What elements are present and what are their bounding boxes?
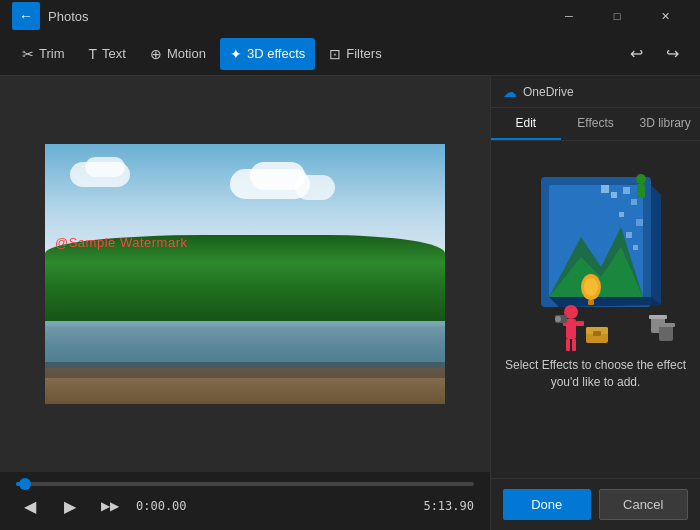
end-time: 5:13.90 [423,499,474,513]
svg-rect-3 [611,192,617,198]
svg-rect-26 [588,300,594,305]
motion-icon: ⊕ [150,46,162,62]
text-button[interactable]: T Text [79,38,136,70]
effects-3d-button[interactable]: ✦ 3D effects [220,38,315,70]
trim-button[interactable]: ✂ Trim [12,38,75,70]
maximize-button[interactable]: □ [594,0,640,32]
svg-rect-6 [619,212,624,217]
play-button[interactable]: ▶ [56,492,84,520]
svg-rect-5 [631,199,637,205]
svg-rect-8 [626,232,632,238]
back-button[interactable]: ← [12,2,40,30]
toolbar: ✂ Trim T Text ⊕ Motion ✦ 3D effects ⊡ Fi… [0,32,700,76]
right-panel-header: ☁ OneDrive [491,76,700,108]
right-panel-tabs: Edit Effects 3D library [491,108,700,141]
motion-button[interactable]: ⊕ Motion [140,38,216,70]
svg-rect-29 [659,325,673,341]
cloud-5 [295,175,335,200]
svg-point-22 [636,174,646,184]
svg-point-25 [584,278,598,296]
main-area: @Sample Watermark ◀ ▶ ▶▶ 0:00.00 5:13.90 [0,76,700,530]
transport-controls: ◀ ▶ ▶▶ 0:00.00 5:13.90 [16,492,474,520]
cancel-button[interactable]: Cancel [599,489,689,520]
svg-rect-17 [576,321,584,326]
cloud-2 [85,157,125,177]
onedrive-label: OneDrive [523,85,574,99]
progress-handle[interactable] [19,478,31,490]
current-time: 0:00.00 [136,499,187,513]
undo-button[interactable]: ↩ [620,38,652,70]
effects-illustration [511,157,681,357]
svg-rect-30 [657,323,675,327]
timeline-area: ◀ ▶ ▶▶ 0:00.00 5:13.90 [0,472,490,530]
rewind-button[interactable]: ◀ [16,492,44,520]
effects-3d-icon: ✦ [230,46,242,62]
fast-forward-button[interactable]: ▶▶ [96,492,124,520]
done-button[interactable]: Done [503,489,591,520]
svg-rect-4 [623,187,630,194]
app-title: Photos [48,9,88,24]
onedrive-icon: ☁ [503,84,517,100]
redo-button[interactable]: ↪ [656,38,688,70]
timeline-track [16,482,474,486]
svg-rect-2 [601,185,609,193]
svg-point-21 [555,316,561,322]
svg-rect-33 [593,331,601,336]
effects-description: Select Effects to choose the effect you'… [503,357,688,391]
tab-edit[interactable]: Edit [491,108,561,140]
cloud-group [65,152,155,192]
svg-rect-19 [572,339,576,351]
cloud-group-2 [225,157,345,207]
tab-3d-library[interactable]: 3D library [630,108,700,140]
text-icon: T [89,46,98,62]
editor-panel: @Sample Watermark ◀ ▶ ▶▶ 0:00.00 5:13.90 [0,76,490,530]
svg-marker-12 [651,185,661,305]
minimize-button[interactable]: ─ [546,0,592,32]
video-container: @Sample Watermark [45,144,445,404]
svg-rect-18 [566,339,570,351]
watermark: @Sample Watermark [55,235,187,250]
progress-bar[interactable] [16,482,474,486]
wet-sand [45,362,445,378]
svg-rect-23 [637,184,645,198]
filters-icon: ⊡ [329,46,341,62]
right-panel: ☁ OneDrive Edit Effects 3D library [490,76,700,530]
right-panel-content: Select Effects to choose the effect you'… [491,141,700,478]
close-button[interactable]: ✕ [642,0,688,32]
fast-forward-icon: ▶▶ [101,499,119,513]
back-icon: ← [19,8,33,24]
svg-rect-28 [649,315,667,319]
svg-rect-7 [636,219,643,226]
tab-effects[interactable]: Effects [561,108,631,140]
trim-icon: ✂ [22,46,34,62]
right-panel-actions: Done Cancel [491,478,700,530]
filters-button[interactable]: ⊡ Filters [319,38,391,70]
video-area: @Sample Watermark [0,76,490,472]
svg-rect-9 [633,245,638,250]
title-bar: ← Photos ─ □ ✕ [0,0,700,32]
